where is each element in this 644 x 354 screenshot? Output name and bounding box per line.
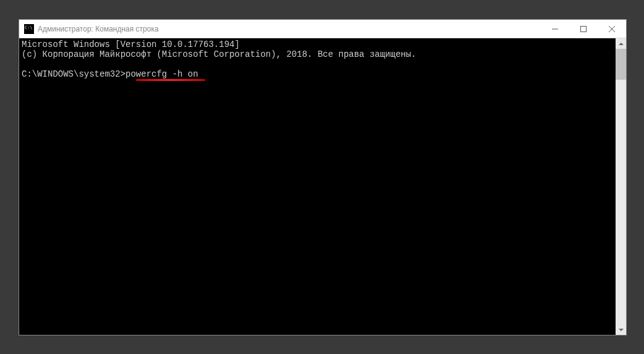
command-prompt-window: Администратор: Командная строка Microsof… <box>19 19 627 335</box>
cmd-icon <box>24 24 34 34</box>
window-title: Администратор: Командная строка <box>38 25 159 33</box>
console-content[interactable]: Microsoft Windows [Version 10.0.17763.19… <box>19 38 616 335</box>
svg-marker-5 <box>619 329 624 331</box>
close-button[interactable] <box>598 20 626 38</box>
svg-rect-1 <box>581 26 587 32</box>
annotation-underline <box>136 79 205 81</box>
console-command: powercfg -h on <box>125 69 198 79</box>
console-prompt: C:\WINDOWS\system32> <box>22 69 125 79</box>
titlebar[interactable]: Администратор: Командная строка <box>19 20 626 38</box>
scroll-up-button[interactable] <box>616 38 626 49</box>
scrollbar-vertical[interactable] <box>616 38 626 335</box>
svg-marker-4 <box>619 43 624 45</box>
scroll-down-button[interactable] <box>616 324 626 335</box>
titlebar-left: Администратор: Командная строка <box>19 24 159 34</box>
console-line: Microsoft Windows [Version 10.0.17763.19… <box>22 40 240 49</box>
window-controls <box>541 20 626 38</box>
scroll-thumb[interactable] <box>616 49 626 80</box>
scroll-track[interactable] <box>616 49 626 324</box>
maximize-button[interactable] <box>569 20 598 38</box>
minimize-button[interactable] <box>541 20 569 38</box>
console-line: (c) Корпорация Майкрософт (Microsoft Cor… <box>22 49 417 59</box>
console-area: Microsoft Windows [Version 10.0.17763.19… <box>19 38 626 335</box>
